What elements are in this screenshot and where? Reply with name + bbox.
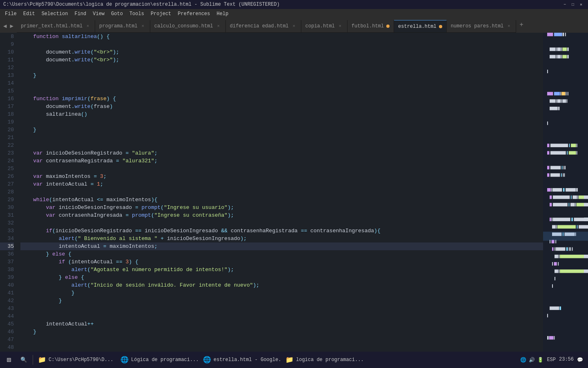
tab-label-1: programa.html bbox=[99, 23, 138, 29]
tab-label-2: calculo_consumo.html bbox=[154, 23, 213, 29]
line-number-24: 24 bbox=[0, 157, 14, 165]
code-line-44 bbox=[20, 312, 543, 320]
line-number-43: 43 bbox=[0, 305, 14, 312]
code-line-10: document.write("<br>"); bbox=[20, 48, 543, 56]
tabs-container: ◀ ▶ primer_text.html.html×programa.html×… bbox=[0, 19, 588, 33]
taskbar-app-1[interactable]: 🌐Lógica de programaci... bbox=[117, 352, 199, 367]
notification-icon: 💬 bbox=[577, 357, 583, 363]
taskbar-app-icon-0: 📁 bbox=[38, 356, 46, 364]
line-number-33: 33 bbox=[0, 227, 14, 235]
line-number-25: 25 bbox=[0, 165, 14, 173]
sys-tray: 🌐 🔊 🔋 bbox=[520, 357, 543, 363]
taskbar-app-0[interactable]: 📁C:\Users\PcHp5790\D... bbox=[35, 352, 116, 367]
code-line-30: var inicioDeSesionIngresado = prompt("In… bbox=[20, 204, 543, 211]
maximize-button[interactable]: □ bbox=[569, 1, 577, 8]
menu-item-selection[interactable]: Selection bbox=[38, 10, 71, 18]
window-title: C:\Users\PcHp5790\Documents\logica de pr… bbox=[3, 2, 561, 7]
line-number-10: 10 bbox=[0, 48, 14, 56]
menu-item-edit[interactable]: Edit bbox=[20, 10, 38, 18]
close-button[interactable]: ✕ bbox=[577, 1, 585, 8]
tab-close-btn-2[interactable]: × bbox=[216, 23, 221, 29]
menu-item-find[interactable]: Find bbox=[71, 10, 89, 18]
tab-close-btn-4[interactable]: × bbox=[337, 23, 343, 29]
taskbar-app-label-0: C:\Users\PcHp5790\D... bbox=[49, 357, 113, 363]
code-area[interactable]: function saltarlinea() { document.write(… bbox=[17, 33, 543, 357]
line-number-9: 9 bbox=[0, 40, 14, 48]
battery-icon: 🔋 bbox=[537, 357, 543, 363]
line-number-20: 20 bbox=[0, 126, 14, 134]
code-line-23: var inicioDeSesionRegistrado = "alura"; bbox=[20, 149, 543, 157]
tab-4[interactable]: copia.html× bbox=[301, 20, 347, 32]
menu-item-preferences[interactable]: Preferences bbox=[174, 10, 213, 18]
code-line-16: function imprimir(frase) { bbox=[20, 95, 543, 103]
tab-close-btn-1[interactable]: × bbox=[140, 23, 146, 29]
line-number-34: 34 bbox=[0, 235, 14, 242]
code-line-19 bbox=[20, 118, 543, 126]
code-line-26: var maximoIntentos = 3; bbox=[20, 173, 543, 180]
code-line-48 bbox=[20, 343, 543, 351]
line-number-41: 41 bbox=[0, 289, 14, 297]
menu-item-help[interactable]: Help bbox=[214, 10, 232, 18]
menu-item-view[interactable]: View bbox=[89, 10, 108, 18]
line-number-40: 40 bbox=[0, 281, 14, 289]
menu-item-tools[interactable]: Tools bbox=[126, 10, 147, 18]
tab-5[interactable]: futbol.html bbox=[347, 20, 394, 32]
tab-nav-arrows: ◀ ▶ bbox=[0, 19, 17, 33]
taskbar-app-icon-3: 📁 bbox=[285, 356, 294, 364]
code-line-12 bbox=[20, 64, 543, 72]
tab-3[interactable]: diferencia edad.html× bbox=[226, 20, 301, 32]
code-line-22 bbox=[20, 141, 543, 149]
taskbar-app-icon-1: 🌐 bbox=[120, 356, 129, 364]
tab-prev-arrow[interactable]: ◀ bbox=[2, 22, 8, 30]
code-line-42: } bbox=[20, 297, 543, 305]
volume-icon: 🔊 bbox=[529, 357, 535, 363]
code-line-24: var contrasenhaRegistrada = "alura321"; bbox=[20, 157, 543, 165]
tab-add-button[interactable]: + bbox=[516, 19, 527, 31]
taskbar-app-3[interactable]: 📁logica de programaci... bbox=[282, 352, 364, 367]
taskbar-apps: 📁C:\Users\PcHp5790\D...🌐Lógica de progra… bbox=[35, 352, 364, 367]
taskbar-app-2[interactable]: 🌐estrella.html - Google... bbox=[200, 352, 281, 367]
menu-item-goto[interactable]: Goto bbox=[108, 10, 126, 18]
language-indicator: ESP bbox=[547, 357, 556, 363]
line-number-8: 8 bbox=[0, 33, 14, 40]
line-number-16: 16 bbox=[0, 95, 14, 103]
tab-next-arrow[interactable]: ▶ bbox=[8, 22, 15, 30]
line-number-26: 26 bbox=[0, 173, 14, 180]
code-line-39: } else { bbox=[20, 274, 543, 281]
taskbar-sep-1 bbox=[33, 355, 33, 365]
taskbar-app-label-3: logica de programaci... bbox=[296, 357, 364, 363]
tab-close-btn-0[interactable]: × bbox=[85, 23, 91, 29]
tab-7[interactable]: numeros pares.html× bbox=[447, 20, 517, 32]
line-number-35: 35 bbox=[0, 242, 14, 250]
line-number-48: 48 bbox=[0, 343, 14, 351]
minimize-button[interactable]: − bbox=[561, 1, 568, 8]
code-line-31: var contrasenhaIngresada = prompt("Ingre… bbox=[20, 211, 543, 219]
tab-close-btn-7[interactable]: × bbox=[506, 23, 512, 29]
cortana-button[interactable]: 🔍 bbox=[16, 352, 31, 367]
code-line-34: alert(" Bienvenido al sistema " + inicio… bbox=[20, 235, 543, 242]
line-number-17: 17 bbox=[0, 103, 14, 110]
code-line-25 bbox=[20, 165, 543, 173]
line-number-14: 14 bbox=[0, 79, 14, 87]
menu-item-project[interactable]: Project bbox=[147, 10, 174, 18]
start-button[interactable]: ⊞ bbox=[2, 352, 16, 367]
line-number-47: 47 bbox=[0, 336, 14, 343]
tab-1[interactable]: programa.html× bbox=[95, 20, 150, 32]
code-line-33: if(inicioDeSesionRegistrado == inicioDeS… bbox=[20, 227, 543, 235]
minimap[interactable] bbox=[543, 33, 588, 357]
window-controls: − □ ✕ bbox=[561, 1, 585, 8]
menu-item-file[interactable]: File bbox=[2, 10, 20, 18]
menubar: FileEditSelectionFindViewGotoToolsProjec… bbox=[0, 9, 588, 19]
code-line-41: } bbox=[20, 289, 543, 297]
tab-2[interactable]: calculo_consumo.html× bbox=[150, 20, 226, 32]
code-line-18: saltarlinea() bbox=[20, 110, 543, 118]
tab-6[interactable]: estrella.html bbox=[394, 20, 447, 32]
line-number-19: 19 bbox=[0, 118, 14, 126]
code-line-38: alert("Agotaste el número permitido de i… bbox=[20, 266, 543, 274]
line-number-28: 28 bbox=[0, 188, 14, 196]
code-line-17: document.write(frase) bbox=[20, 103, 543, 110]
line-number-31: 31 bbox=[0, 211, 14, 219]
tab-0[interactable]: primer_text.html.html× bbox=[17, 20, 95, 32]
tab-label-4: copia.html bbox=[305, 23, 335, 29]
tab-close-btn-3[interactable]: × bbox=[291, 23, 297, 29]
